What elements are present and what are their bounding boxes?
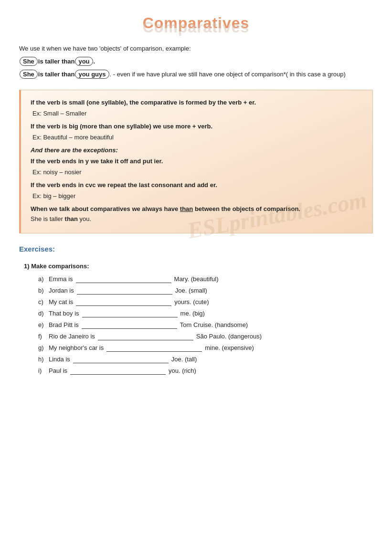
item-after-d: me. (big) [180, 310, 205, 317]
rule5-example: She is taller than you. [31, 215, 363, 222]
intro-line1: We use it when we have two 'objects' of … [19, 45, 373, 52]
example2-youguys: you guys [75, 70, 109, 79]
rule5-emphasis: When we talk about comparatives we alway… [31, 205, 363, 212]
rule1-example: Ex: Small – Smaller [32, 110, 363, 117]
item-after-a: Mary. (beautiful) [174, 275, 219, 283]
list-item: c) My cat is yours. (cute) [38, 298, 373, 306]
item-label-g: g) [38, 344, 47, 351]
rule3-example: Ex: noisy – nosier [32, 168, 363, 176]
list-item: d) That boy is me. (big) [38, 310, 373, 317]
item-before-d: That boy is [49, 310, 79, 317]
item-before-g: My neighbor's car is [49, 344, 104, 351]
fill-line-b [77, 287, 172, 295]
item-after-g: mine. (expensive) [205, 344, 254, 351]
fill-line-e [82, 321, 177, 329]
item-label-d: d) [38, 310, 47, 317]
fill-line-g [106, 344, 202, 352]
page-title-shadow: Comparatives [19, 19, 373, 36]
item-before-h: Linda is [49, 356, 70, 363]
item-label-b: b) [38, 287, 47, 294]
item-before-f: Rio de Janeiro is [49, 333, 95, 340]
item-label-e: e) [38, 321, 47, 328]
item-label-a: a) [38, 275, 47, 283]
item-before-c: My cat is [49, 298, 73, 305]
exercise1-title: 1) Make comparisons: [24, 263, 373, 270]
exercise1: 1) Make comparisons: a) Emma is Mary. (b… [19, 263, 373, 375]
rule4-example: Ex: big – bigger [32, 192, 363, 200]
item-before-i: Paul is [49, 367, 67, 374]
list-item: a) Emma is Mary. (beautiful) [38, 275, 373, 283]
list-item: f) Rio de Janeiro is São Paulo. (dangero… [38, 333, 373, 340]
example2-line: She is taller than you guys . - even if … [19, 70, 373, 79]
rule-box: if the verb is small (one syllable), the… [19, 90, 373, 233]
example2-middle: is taller than [38, 71, 75, 78]
rule1: if the verb is small (one syllable), the… [31, 99, 363, 106]
item-before-b: Jordan is [49, 287, 74, 294]
example1-period: . [94, 58, 95, 65]
rule2-example: Ex: Beautiful – more beautiful [32, 134, 363, 141]
example1-she: She [20, 57, 38, 66]
item-label-h: h) [38, 356, 47, 363]
list-item: e) Brad Pitt is Tom Cruise. (handsome) [38, 321, 373, 329]
fill-line-h [73, 356, 169, 363]
item-before-a: Emma is [49, 275, 73, 283]
item-after-b: Joe. (small) [175, 287, 207, 294]
item-before-e: Brad Pitt is [49, 321, 79, 328]
rule4: If the verb ends in cvc we repeat the la… [31, 181, 363, 189]
list-item: b) Jordan is Joe. (small) [38, 287, 373, 295]
item-after-e: Tom Cruise. (handsome) [180, 321, 248, 328]
example2-she: She [20, 70, 38, 79]
rule2: If the verb is big (more than one syllab… [31, 123, 363, 130]
item-after-i: you. (rich) [169, 367, 196, 374]
item-label-c: c) [38, 298, 47, 305]
exercises-title: Exercises: [19, 245, 373, 253]
list-item: i) Paul is you. (rich) [38, 367, 373, 375]
fill-line-a [76, 275, 171, 283]
example1-you: you [75, 57, 93, 66]
item-after-h: Joe. (tall) [171, 356, 197, 363]
item-label-i: i) [38, 367, 47, 374]
fill-line-d [82, 310, 178, 317]
example1-middle: is taller than [38, 58, 75, 65]
fill-line-f [98, 333, 193, 340]
list-item: h) Linda is Joe. (tall) [38, 356, 373, 363]
exercise1-list: a) Emma is Mary. (beautiful) b) Jordan i… [19, 275, 373, 375]
example2-note: . - even if we have plural we still have… [110, 71, 346, 78]
example1-line: She is taller than you . [19, 57, 373, 66]
fill-line-c [76, 298, 171, 306]
item-label-f: f) [38, 333, 47, 340]
item-after-c: yours. (cute) [174, 298, 209, 305]
rule-exception-header: And there are the exceptions: [31, 147, 363, 154]
fill-line-i [70, 367, 166, 375]
rule3: If the verb ends in y we take it off and… [31, 158, 363, 165]
item-after-f: São Paulo. (dangerous) [196, 333, 262, 340]
list-item: g) My neighbor's car is mine. (expensive… [38, 344, 373, 352]
